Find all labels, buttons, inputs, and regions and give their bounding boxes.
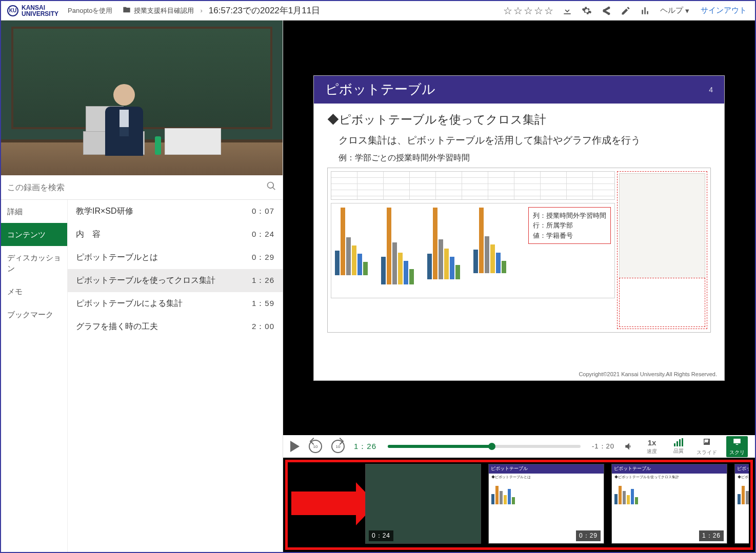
star-icon[interactable]: ☆ <box>524 5 533 17</box>
brand-line1: KANSAI <box>22 5 58 11</box>
quality-label: 品質 <box>673 447 684 455</box>
toc-time: 2：00 <box>252 322 274 332</box>
toc-title: 内 容 <box>76 229 101 240</box>
camera-video[interactable] <box>1 21 283 175</box>
thumb-time: 0：29 <box>576 530 601 541</box>
tab-2[interactable]: ディスカッション <box>1 246 67 280</box>
toc-title: ピボットテーブルとは <box>76 252 158 263</box>
header-bar: KU KANSAI UNIVERSITY Panoptoを使用 授業支援科目確認… <box>1 1 755 21</box>
toc-item[interactable]: ピボットテーブルとは0：29 <box>68 246 283 269</box>
toc-item[interactable]: ピボットテーブルを使ってクロス集計1：26 <box>68 269 283 292</box>
star-icon[interactable]: ☆ <box>544 5 553 17</box>
slide-heading: ◆ピボットテーブルを使ってクロス集計 <box>327 112 711 128</box>
download-button[interactable] <box>559 2 576 19</box>
page-title: 16:57:23での2022年1月11日 <box>205 5 324 16</box>
slide: ピボットテーブル 4 ◆ピボットテーブルを使ってクロス集計 クロス集計は、ピボッ… <box>313 75 725 381</box>
breadcrumb-sep-icon: › <box>200 7 202 14</box>
thumb-title: ピボットテーブル <box>489 464 604 474</box>
slide-copyright: Copyright©2021 Kansai University.All Rig… <box>579 371 717 377</box>
thumb-time: 0：24 <box>369 530 393 541</box>
brand-logo: KU KANSAI UNIVERSITY <box>4 5 62 17</box>
skip-fwd-button[interactable]: 10 <box>331 440 345 453</box>
toc-time: 1：26 <box>252 276 274 285</box>
callout-val: 値：学籍番号 <box>533 231 606 241</box>
toc-item[interactable]: 教学IR×SD研修0：07 <box>68 200 283 223</box>
seek-knob[interactable] <box>488 443 495 450</box>
thumb-body: ◆ピボットテーブルとは <box>489 474 604 506</box>
thumbnail[interactable]: ピボットテーブル◆ピボットテーブルとは0：29 <box>488 464 604 544</box>
help-label: ヘルプ <box>660 6 683 15</box>
field-mapping-callout: 列：授業時間外学習時間 行：所属学部 値：学籍番号 <box>528 207 611 244</box>
seek-track[interactable] <box>388 445 581 448</box>
edit-button[interactable] <box>617 2 634 19</box>
star-icon[interactable]: ☆ <box>513 5 523 17</box>
screen-toggle-label: スクリ <box>729 449 745 456</box>
toc-item[interactable]: グラフを描く時の工夫2：00 <box>68 315 283 338</box>
callout-row: 行：所属学部 <box>533 220 606 231</box>
thumbnail-strip: 0：24ピボットテーブル◆ピボットテーブルとは0：29ピボットテーブル◆ピボット… <box>283 458 755 552</box>
breadcrumb-folder-label: 授業支援科目確認用 <box>134 6 194 15</box>
folder-icon <box>123 6 131 15</box>
toc-list: 教学IR×SD研修0：07内 容0：24ピボットテーブルとは0：29ピボットテー… <box>68 200 283 552</box>
star-icon[interactable]: ☆ <box>503 5 512 17</box>
thumbnail[interactable]: ピボットテーブル◆ピボットテーブルを使ってクロス集計1：26 <box>611 464 727 544</box>
skip-back-button[interactable]: 10 <box>309 440 322 453</box>
tab-1[interactable]: コンテンツ <box>1 223 67 246</box>
toc-time: 1：59 <box>252 299 274 309</box>
slide-toggle-label: スライド <box>697 449 717 456</box>
pivot-table-mock <box>331 171 615 200</box>
papers-prop <box>165 128 221 155</box>
tab-3[interactable]: メモ <box>1 280 67 303</box>
thumb-title: ピボットテーブル <box>612 464 727 474</box>
stats-button[interactable] <box>636 2 654 19</box>
sidebar-tabs: 詳細コンテンツディスカッションメモブックマーク <box>1 200 68 552</box>
annotation-arrow-icon <box>291 491 358 515</box>
thumbnail[interactable]: 0：24 <box>365 464 481 544</box>
share-button[interactable] <box>598 2 615 19</box>
toc-time: 0：24 <box>252 230 274 239</box>
play-button[interactable] <box>290 441 300 452</box>
speed-control[interactable]: 1x 速度 <box>643 438 661 455</box>
breadcrumb-folder[interactable]: 授業支援科目確認用 <box>118 6 198 15</box>
rating-stars[interactable]: ☆ ☆ ☆ ☆ ☆ <box>500 5 556 17</box>
toc-title: グラフを描く時の工夫 <box>76 321 158 332</box>
slide-paragraph: クロス集計は、ピボットテーブルを活用して集計やグラフ作成を行う <box>339 133 711 148</box>
signout-link[interactable]: サインアウト <box>695 6 752 15</box>
seek-fill <box>388 445 492 448</box>
excel-mock: 列：授業時間外学習時間 行：所属学部 値：学籍番号 <box>327 168 711 333</box>
monitor-icon <box>732 437 742 448</box>
slide-page-no: 4 <box>709 86 713 94</box>
speed-label: 速度 <box>647 448 657 455</box>
thumbnail[interactable]: ピボットテーブル◆ピボットテーブルによる集計1：59 <box>734 464 749 544</box>
toc-time: 0：07 <box>252 207 274 216</box>
star-icon[interactable]: ☆ <box>534 5 543 17</box>
volume-icon <box>624 441 634 452</box>
search-icon[interactable] <box>266 181 276 194</box>
search-input[interactable] <box>7 183 266 192</box>
slide-video[interactable]: ピボットテーブル 4 ◆ピボットテーブルを使ってクロス集計 クロス集計は、ピボッ… <box>283 21 755 435</box>
slide-toggle[interactable]: スライド <box>697 437 717 456</box>
toc-title: ピボットテーブルによる集計 <box>76 298 183 309</box>
screen-toggle[interactable]: スクリ <box>726 436 748 457</box>
settings-button[interactable] <box>578 2 595 19</box>
thumb-body: ◆ピボットテーブルを使ってクロス集計 <box>612 474 727 506</box>
toc-item[interactable]: ピボットテーブルによる集計1：59 <box>68 292 283 315</box>
thumb-time: 1：26 <box>699 530 724 541</box>
tab-4[interactable]: ブックマーク <box>1 303 67 326</box>
tab-0[interactable]: 詳細 <box>1 200 67 223</box>
slide-title: ピボットテーブル <box>325 80 435 98</box>
help-menu[interactable]: ヘルプ ▾ <box>656 6 693 15</box>
brand-mark-icon: KU <box>7 5 18 16</box>
speed-value: 1x <box>648 438 656 447</box>
panopto-link[interactable]: Panoptoを使用 <box>64 6 116 15</box>
search-bar <box>1 175 283 200</box>
presenter <box>104 84 145 156</box>
brand-line2: UNIVERSITY <box>22 11 58 17</box>
volume-control[interactable] <box>624 441 634 452</box>
play-remaining: -1：20 <box>592 442 614 451</box>
play-position: 1：26 <box>354 442 376 452</box>
thumb-body: ◆ピボットテーブルによる集計 <box>735 474 749 506</box>
quality-control[interactable]: 品質 <box>670 438 687 455</box>
toc-item[interactable]: 内 容0：24 <box>68 223 283 246</box>
toc-time: 0：29 <box>252 253 274 262</box>
